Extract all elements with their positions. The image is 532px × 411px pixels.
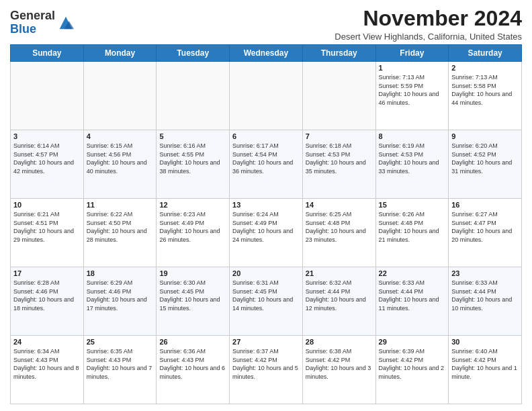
col-thursday: Thursday <box>302 45 375 62</box>
day-cell: 8Sunrise: 6:19 AM Sunset: 4:53 PM Daylig… <box>375 130 449 199</box>
day-number: 3 <box>13 132 81 140</box>
logo-icon <box>56 13 75 32</box>
day-info: Sunrise: 6:29 AM Sunset: 4:46 PM Dayligh… <box>87 279 154 312</box>
calendar-table: Sunday Monday Tuesday Wednesday Thursday… <box>10 44 522 404</box>
day-number: 6 <box>232 132 300 140</box>
day-info: Sunrise: 6:19 AM Sunset: 4:53 PM Dayligh… <box>379 142 446 175</box>
day-number: 27 <box>232 338 300 346</box>
day-cell <box>11 62 84 130</box>
day-number: 9 <box>451 132 519 140</box>
logo-blue: Blue <box>10 22 36 36</box>
day-cell: 13Sunrise: 6:24 AM Sunset: 4:49 PM Dayli… <box>230 199 303 267</box>
day-cell: 23Sunrise: 6:33 AM Sunset: 4:44 PM Dayli… <box>449 267 522 336</box>
day-number: 10 <box>13 201 81 209</box>
day-info: Sunrise: 6:26 AM Sunset: 4:48 PM Dayligh… <box>379 210 446 244</box>
week-row-1: 1Sunrise: 7:13 AM Sunset: 5:59 PM Daylig… <box>11 62 522 130</box>
day-number: 17 <box>13 269 81 277</box>
day-number: 28 <box>306 338 373 346</box>
day-info: Sunrise: 6:36 AM Sunset: 4:43 PM Dayligh… <box>159 347 226 381</box>
day-info: Sunrise: 7:13 AM Sunset: 5:59 PM Dayligh… <box>379 73 446 107</box>
day-number: 23 <box>451 269 519 277</box>
day-number: 13 <box>232 201 300 209</box>
week-row-3: 10Sunrise: 6:21 AM Sunset: 4:51 PM Dayli… <box>11 199 522 267</box>
day-number: 24 <box>13 338 81 346</box>
day-info: Sunrise: 6:18 AM Sunset: 4:53 PM Dayligh… <box>306 142 373 175</box>
day-cell: 25Sunrise: 6:35 AM Sunset: 4:43 PM Dayli… <box>83 336 157 404</box>
day-number: 7 <box>306 132 373 140</box>
header: General Blue November 2024 Desert View H… <box>10 7 522 42</box>
day-number: 18 <box>87 269 154 277</box>
day-info: Sunrise: 6:15 AM Sunset: 4:56 PM Dayligh… <box>87 142 154 175</box>
day-number: 21 <box>306 269 373 277</box>
col-wednesday: Wednesday <box>230 45 303 62</box>
day-number: 4 <box>87 132 154 140</box>
day-info: Sunrise: 6:35 AM Sunset: 4:43 PM Dayligh… <box>87 347 154 381</box>
day-info: Sunrise: 6:38 AM Sunset: 4:42 PM Dayligh… <box>306 347 373 381</box>
day-info: Sunrise: 6:20 AM Sunset: 4:52 PM Dayligh… <box>451 142 519 175</box>
day-cell: 24Sunrise: 6:34 AM Sunset: 4:43 PM Dayli… <box>11 336 84 404</box>
day-info: Sunrise: 6:16 AM Sunset: 4:55 PM Dayligh… <box>159 142 226 175</box>
day-cell: 1Sunrise: 7:13 AM Sunset: 5:59 PM Daylig… <box>375 62 449 130</box>
day-number: 25 <box>87 338 154 346</box>
day-info: Sunrise: 6:32 AM Sunset: 4:44 PM Dayligh… <box>306 279 373 312</box>
day-info: Sunrise: 6:17 AM Sunset: 4:54 PM Dayligh… <box>232 142 300 175</box>
day-cell: 26Sunrise: 6:36 AM Sunset: 4:43 PM Dayli… <box>157 336 230 404</box>
day-info: Sunrise: 6:27 AM Sunset: 4:47 PM Dayligh… <box>451 210 519 244</box>
logo: General Blue <box>10 9 75 36</box>
day-cell: 21Sunrise: 6:32 AM Sunset: 4:44 PM Dayli… <box>302 267 375 336</box>
col-saturday: Saturday <box>449 45 522 62</box>
day-cell: 5Sunrise: 6:16 AM Sunset: 4:55 PM Daylig… <box>157 130 230 199</box>
day-number: 16 <box>451 201 519 209</box>
day-info: Sunrise: 6:14 AM Sunset: 4:57 PM Dayligh… <box>13 142 81 175</box>
day-info: Sunrise: 6:33 AM Sunset: 4:44 PM Dayligh… <box>379 279 446 312</box>
day-cell: 20Sunrise: 6:31 AM Sunset: 4:45 PM Dayli… <box>230 267 303 336</box>
day-cell <box>302 62 375 130</box>
day-info: Sunrise: 6:23 AM Sunset: 4:49 PM Dayligh… <box>159 210 226 244</box>
day-number: 15 <box>379 201 446 209</box>
day-info: Sunrise: 6:37 AM Sunset: 4:42 PM Dayligh… <box>232 347 300 381</box>
col-monday: Monday <box>83 45 157 62</box>
day-number: 22 <box>379 269 446 277</box>
calendar-header-row: Sunday Monday Tuesday Wednesday Thursday… <box>11 45 522 62</box>
day-info: Sunrise: 6:33 AM Sunset: 4:44 PM Dayligh… <box>451 279 519 312</box>
day-cell: 28Sunrise: 6:38 AM Sunset: 4:42 PM Dayli… <box>302 336 375 404</box>
day-cell: 22Sunrise: 6:33 AM Sunset: 4:44 PM Dayli… <box>375 267 449 336</box>
day-cell <box>230 62 303 130</box>
day-number: 2 <box>451 64 519 72</box>
day-cell <box>157 62 230 130</box>
day-number: 11 <box>87 201 154 209</box>
day-cell: 16Sunrise: 6:27 AM Sunset: 4:47 PM Dayli… <box>449 199 522 267</box>
day-cell: 30Sunrise: 6:40 AM Sunset: 4:42 PM Dayli… <box>449 336 522 404</box>
col-friday: Friday <box>375 45 449 62</box>
day-cell: 14Sunrise: 6:25 AM Sunset: 4:48 PM Dayli… <box>302 199 375 267</box>
title-block: November 2024 Desert View Highlands, Cal… <box>335 7 522 42</box>
day-number: 5 <box>159 132 226 140</box>
day-cell: 29Sunrise: 6:39 AM Sunset: 4:42 PM Dayli… <box>375 336 449 404</box>
day-cell: 11Sunrise: 6:22 AM Sunset: 4:50 PM Dayli… <box>83 199 157 267</box>
day-number: 19 <box>159 269 226 277</box>
page: General Blue November 2024 Desert View H… <box>0 0 532 411</box>
day-info: Sunrise: 6:31 AM Sunset: 4:45 PM Dayligh… <box>232 279 300 312</box>
week-row-4: 17Sunrise: 6:28 AM Sunset: 4:46 PM Dayli… <box>11 267 522 336</box>
day-info: Sunrise: 6:22 AM Sunset: 4:50 PM Dayligh… <box>87 210 154 244</box>
day-info: Sunrise: 6:40 AM Sunset: 4:42 PM Dayligh… <box>451 347 519 381</box>
day-cell: 4Sunrise: 6:15 AM Sunset: 4:56 PM Daylig… <box>83 130 157 199</box>
day-cell: 27Sunrise: 6:37 AM Sunset: 4:42 PM Dayli… <box>230 336 303 404</box>
day-cell: 12Sunrise: 6:23 AM Sunset: 4:49 PM Dayli… <box>157 199 230 267</box>
day-cell <box>83 62 157 130</box>
day-number: 12 <box>159 201 226 209</box>
day-cell: 7Sunrise: 6:18 AM Sunset: 4:53 PM Daylig… <box>302 130 375 199</box>
day-number: 1 <box>379 64 446 72</box>
day-info: Sunrise: 6:34 AM Sunset: 4:43 PM Dayligh… <box>13 347 81 381</box>
day-number: 20 <box>232 269 300 277</box>
day-cell: 3Sunrise: 6:14 AM Sunset: 4:57 PM Daylig… <box>11 130 84 199</box>
col-tuesday: Tuesday <box>157 45 230 62</box>
main-title: November 2024 <box>335 7 522 30</box>
day-info: Sunrise: 6:28 AM Sunset: 4:46 PM Dayligh… <box>13 279 81 312</box>
day-info: Sunrise: 6:25 AM Sunset: 4:48 PM Dayligh… <box>306 210 373 244</box>
day-cell: 19Sunrise: 6:30 AM Sunset: 4:45 PM Dayli… <box>157 267 230 336</box>
col-sunday: Sunday <box>11 45 84 62</box>
day-number: 26 <box>159 338 226 346</box>
day-number: 30 <box>451 338 519 346</box>
day-cell: 2Sunrise: 7:13 AM Sunset: 5:58 PM Daylig… <box>449 62 522 130</box>
